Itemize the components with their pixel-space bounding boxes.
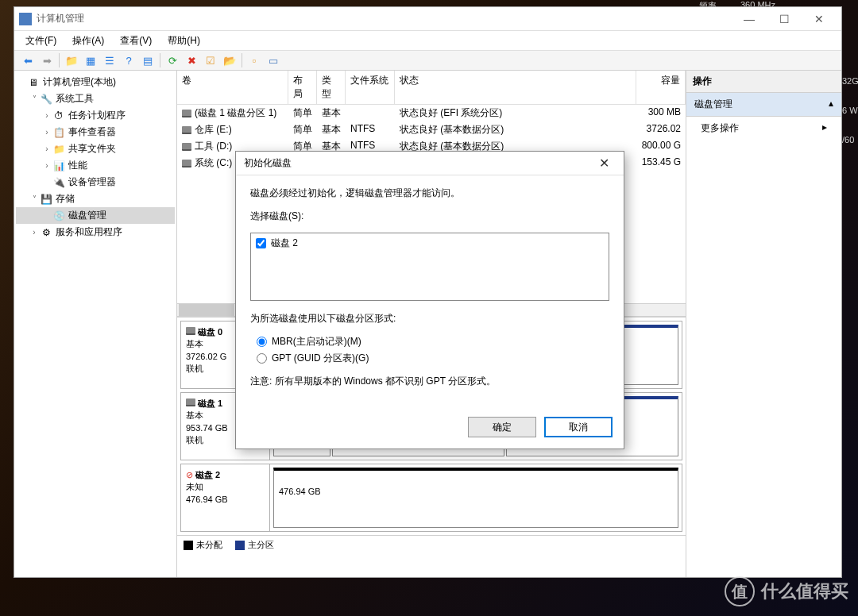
- titlebar: 计算机管理 — ☐ ✕: [14, 7, 841, 31]
- volume-icon: [182, 160, 191, 167]
- mbr-radio[interactable]: [257, 337, 267, 347]
- disk-icon: [186, 327, 195, 335]
- toolbar: ⬅ ➡ 📁 ▦ ☰ ? ▤ ⟳ ✖ ☑ 📂 ▫ ▭: [14, 50, 841, 71]
- dialog-close-button[interactable]: ✕: [592, 152, 616, 175]
- menu-action[interactable]: 操作(A): [66, 33, 110, 49]
- close-button[interactable]: ✕: [802, 8, 837, 30]
- back-button[interactable]: ⬅: [19, 52, 37, 69]
- volume-icon: [182, 143, 191, 151]
- tree-event-viewer[interactable]: ›📋事件查看器: [16, 124, 175, 141]
- overlay-side: 32G6 W/60: [842, 76, 858, 164]
- actions-selected[interactable]: 磁盘管理▴: [686, 93, 841, 117]
- tree-shared-folders[interactable]: ›📁共享文件夹: [16, 141, 175, 157]
- collapse-icon: ▴: [829, 98, 833, 111]
- volume-row[interactable]: (磁盘 1 磁盘分区 1)简单基本状态良好 (EFI 系统分区)300 MB: [177, 105, 686, 121]
- help-icon[interactable]: ?: [120, 52, 137, 69]
- check-icon[interactable]: ☑: [202, 52, 219, 69]
- menu-help[interactable]: 帮助(H): [161, 33, 207, 49]
- dialog-title: 初始化磁盘: [244, 156, 292, 170]
- tree-performance[interactable]: ›📊性能: [16, 157, 175, 174]
- watermark-icon: 值: [725, 576, 755, 606]
- nav-tree: 🖥计算机管理(本地) ˅🔧系统工具 ›⏱任务计划程序 ›📋事件查看器 ›📁共享文…: [14, 71, 177, 577]
- disk-2[interactable]: ⊘ 磁盘 2 未知476.94 GB 476.94 GB: [180, 464, 682, 532]
- up-icon[interactable]: 📁: [63, 52, 80, 69]
- actions-more[interactable]: 更多操作▸: [686, 117, 841, 140]
- disk-checkbox[interactable]: [256, 238, 266, 248]
- menu-file[interactable]: 文件(F): [19, 33, 63, 49]
- forward-button[interactable]: ➡: [38, 52, 56, 69]
- initialize-disk-dialog: 初始化磁盘 ✕ 磁盘必须经过初始化，逻辑磁盘管理器才能访问。 选择磁盘(S): …: [235, 151, 624, 449]
- grid-icon[interactable]: ▦: [82, 52, 99, 69]
- disk-icon: [186, 398, 195, 406]
- mbr-radio-row[interactable]: MBR(主启动记录)(M): [257, 335, 609, 348]
- tree-storage[interactable]: ˅💾存储: [16, 191, 175, 207]
- minimize-button[interactable]: —: [732, 8, 767, 30]
- unallocated-partition[interactable]: 476.94 GB: [273, 468, 678, 528]
- select-disk-label: 选择磁盘(S):: [250, 210, 609, 223]
- col-type[interactable]: 类型: [317, 71, 346, 104]
- tree-disk-management[interactable]: 💿磁盘管理: [16, 207, 175, 224]
- cancel-button[interactable]: 取消: [544, 417, 613, 437]
- watermark: 值 什么值得买: [725, 576, 848, 606]
- col-status[interactable]: 状态: [395, 71, 636, 104]
- disk-checkbox-row[interactable]: 磁盘 2: [256, 237, 604, 250]
- props-icon[interactable]: ▭: [265, 52, 282, 69]
- tree-device-manager[interactable]: 🔌设备管理器: [16, 174, 175, 191]
- legend: 未分配 主分区: [177, 535, 686, 554]
- partition-style-label: 为所选磁盘使用以下磁盘分区形式:: [250, 312, 609, 325]
- disk-select-list[interactable]: 磁盘 2: [250, 233, 609, 301]
- volume-header: 卷 布局 类型 文件系统 状态 容量: [177, 71, 686, 105]
- tree-root[interactable]: 🖥计算机管理(本地): [16, 74, 175, 90]
- actions-header: 操作: [686, 71, 841, 93]
- col-volume[interactable]: 卷: [177, 71, 288, 104]
- window-title: 计算机管理: [37, 12, 732, 25]
- dialog-titlebar: 初始化磁盘 ✕: [236, 152, 624, 175]
- delete-icon[interactable]: ✖: [183, 52, 200, 69]
- dialog-note: 注意: 所有早期版本的 Windows 都不识别 GPT 分区形式。: [250, 375, 609, 388]
- volume-icon: [182, 110, 191, 117]
- col-capacity[interactable]: 容量: [636, 71, 686, 104]
- menubar: 文件(F) 操作(A) 查看(V) 帮助(H): [14, 31, 841, 50]
- col-layout[interactable]: 布局: [288, 71, 317, 104]
- app-icon: [19, 13, 32, 25]
- refresh-icon[interactable]: ⟳: [164, 52, 181, 69]
- menu-view[interactable]: 查看(V): [114, 33, 158, 49]
- volume-row[interactable]: 仓库 (E:)简单基本NTFS状态良好 (基本数据分区)3726.02: [177, 121, 686, 138]
- volume-icon: [182, 126, 191, 134]
- gpt-radio[interactable]: [257, 353, 267, 364]
- list-icon[interactable]: ☰: [101, 52, 118, 69]
- chevron-right-icon: ▸: [822, 121, 827, 135]
- ok-button[interactable]: 确定: [468, 417, 536, 437]
- col-fs[interactable]: 文件系统: [346, 71, 395, 104]
- actions-pane: 操作 磁盘管理▴ 更多操作▸: [686, 71, 841, 577]
- maximize-button[interactable]: ☐: [767, 8, 802, 30]
- tree-task-scheduler[interactable]: ›⏱任务计划程序: [16, 107, 175, 124]
- disk-2-label: ⊘ 磁盘 2 未知476.94 GB: [181, 464, 270, 531]
- detail-icon[interactable]: ▤: [139, 52, 157, 69]
- tree-system-tools[interactable]: ˅🔧系统工具: [16, 90, 175, 107]
- folder-icon[interactable]: 📂: [221, 52, 238, 69]
- gpt-radio-row[interactable]: GPT (GUID 分区表)(G): [257, 352, 609, 365]
- tree-services[interactable]: ›⚙服务和应用程序: [16, 224, 175, 241]
- new-icon[interactable]: ▫: [245, 52, 263, 69]
- dialog-message: 磁盘必须经过初始化，逻辑磁盘管理器才能访问。: [250, 187, 609, 200]
